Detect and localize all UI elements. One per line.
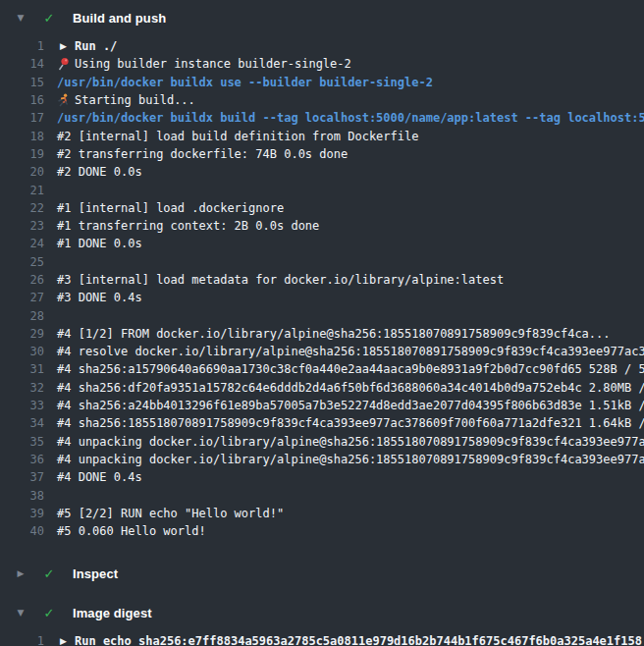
log-line: 24#1 DONE 0.0s: [0, 235, 644, 252]
line-number[interactable]: 27: [0, 291, 44, 304]
line-content: /usr/bin/docker buildx use --builder bui…: [44, 76, 644, 89]
line-number[interactable]: 37: [0, 470, 44, 484]
section-inspect: ▶✓Inspect: [0, 565, 644, 581]
line-content: #4 sha256:df20fa9351a15782c64e6dddb2d4a6…: [44, 381, 644, 395]
line-number[interactable]: 15: [0, 76, 44, 89]
line-number[interactable]: 19: [0, 147, 44, 161]
line-number[interactable]: 22: [0, 201, 44, 215]
line-number[interactable]: 32: [0, 381, 44, 395]
log-line: 14Using builder instance builder-single-…: [0, 55, 644, 73]
line-number[interactable]: 40: [0, 524, 44, 538]
line-text: #3 DONE 0.4s: [57, 291, 142, 304]
section-title: Build and push: [73, 11, 166, 26]
line-number[interactable]: 31: [0, 362, 44, 376]
line-text: #2 DONE 0.0s: [57, 165, 142, 179]
play-icon[interactable]: ▶: [57, 39, 70, 53]
line-number[interactable]: 39: [0, 507, 44, 520]
line-content: #4 [1/2] FROM docker.io/library/alpine@s…: [44, 327, 644, 341]
line-text: Run echo sha256:e7ff8834a5963a2785c5a081…: [75, 634, 642, 646]
log-line: 21: [0, 181, 644, 198]
line-number[interactable]: 33: [0, 399, 44, 412]
log-line: 35#4 unpacking docker.io/library/alpine@…: [0, 433, 644, 451]
log-line: 20#2 DONE 0.0s: [0, 163, 644, 181]
section-gap: [0, 581, 644, 605]
line-content: #1 DONE 0.0s: [44, 237, 644, 250]
line-text: /usr/bin/docker buildx build --tag local…: [57, 111, 644, 125]
log-line: 22#1 [internal] load .dockerignore: [0, 199, 644, 217]
log-line: 16Starting build...: [0, 91, 644, 109]
pushpin-icon: [57, 57, 70, 71]
section-log-image-digest: 1▶Run echo sha256:e7ff8834a5963a2785c5a0…: [0, 632, 644, 646]
line-number[interactable]: 25: [0, 255, 44, 269]
log-line: 40#5 0.060 Hello world!: [0, 522, 644, 540]
chevron-right-icon[interactable]: ▶: [14, 568, 27, 578]
line-number[interactable]: 1: [0, 39, 44, 53]
line-content: #1 transferring context: 2B 0.0s done: [44, 219, 644, 233]
line-number[interactable]: 21: [0, 184, 44, 197]
line-number[interactable]: 20: [0, 165, 44, 179]
log-line: 32#4 sha256:df20fa9351a15782c64e6dddb2d4…: [0, 379, 644, 397]
line-text: #4 sha256:df20fa9351a15782c64e6dddb2d4a6…: [57, 381, 644, 395]
line-text: #2 [internal] load build definition from…: [57, 130, 418, 143]
chevron-down-icon[interactable]: ▼: [14, 13, 27, 23]
section-build-and-push: ▼✓Build and push1▶Run ./14Using builder …: [0, 10, 644, 540]
line-content: /usr/bin/docker buildx build --tag local…: [44, 111, 644, 125]
line-number[interactable]: 1: [0, 634, 44, 646]
line-number[interactable]: 35: [0, 435, 44, 449]
section-title: Inspect: [73, 566, 118, 581]
section-log-build-and-push: 1▶Run ./14Using builder instance builder…: [0, 37, 644, 540]
log-line: 33#4 sha256:a24bb4013296f61e89ba57005a7b…: [0, 397, 644, 414]
line-number[interactable]: 14: [0, 57, 44, 71]
line-text: #4 DONE 0.4s: [57, 470, 142, 484]
section-header-inspect[interactable]: ▶✓Inspect: [14, 565, 644, 581]
chevron-down-icon[interactable]: ▼: [14, 608, 27, 618]
line-number[interactable]: 30: [0, 345, 44, 358]
log-line: 38: [0, 486, 644, 504]
line-number[interactable]: 16: [0, 93, 44, 107]
line-text: Using builder instance builder-single-2: [75, 57, 351, 71]
line-content: #2 transferring dockerfile: 74B 0.0s don…: [44, 147, 644, 161]
section-title: Image digest: [73, 606, 152, 620]
line-number[interactable]: 36: [0, 453, 44, 466]
log-line: 37#4 DONE 0.4s: [0, 468, 644, 486]
log-line: 23#1 transferring context: 2B 0.0s done: [0, 217, 644, 235]
line-text: #4 sha256:a24bb4013296f61e89ba57005a7b3e…: [57, 399, 644, 412]
line-text: #4 resolve docker.io/library/alpine@sha2…: [57, 345, 644, 358]
runner-icon: [57, 93, 70, 107]
section-gap: [0, 550, 644, 565]
line-content: #5 0.060 Hello world!: [44, 524, 644, 538]
line-content: #3 DONE 0.4s: [44, 291, 644, 304]
line-content: #2 DONE 0.0s: [44, 165, 644, 179]
line-number[interactable]: 26: [0, 273, 44, 287]
line-content: Using builder instance builder-single-2: [44, 57, 644, 71]
line-text: #4 [1/2] FROM docker.io/library/alpine@s…: [57, 327, 611, 341]
line-content: #4 sha256:a24bb4013296f61e89ba57005a7b3e…: [44, 399, 644, 412]
log-line: 34#4 sha256:185518070891758909c9f839cf4c…: [0, 414, 644, 432]
play-icon[interactable]: ▶: [57, 634, 70, 646]
line-number[interactable]: 17: [0, 111, 44, 125]
log-line: 25: [0, 253, 644, 271]
line-content: #2 [internal] load build definition from…: [44, 130, 644, 143]
line-number[interactable]: 23: [0, 219, 44, 233]
section-header-image-digest[interactable]: ▼✓Image digest: [14, 605, 644, 620]
line-number[interactable]: 28: [0, 309, 44, 323]
log-line: 36#4 unpacking docker.io/library/alpine@…: [0, 451, 644, 468]
line-text: #4 unpacking docker.io/library/alpine@sh…: [57, 435, 644, 449]
line-content: #1 [internal] load .dockerignore: [44, 201, 644, 215]
line-number[interactable]: 24: [0, 237, 44, 250]
line-number[interactable]: 29: [0, 327, 44, 341]
log-line: 1▶Run echo sha256:e7ff8834a5963a2785c5a0…: [0, 632, 644, 646]
workflow-log: ▼✓Build and push1▶Run ./14Using builder …: [0, 0, 644, 646]
log-line: 15/usr/bin/docker buildx use --builder b…: [0, 74, 644, 91]
line-number[interactable]: 18: [0, 130, 44, 143]
line-number[interactable]: 34: [0, 416, 44, 430]
check-icon: ✓: [41, 566, 57, 581]
check-icon: ✓: [41, 606, 57, 620]
log-line: 18#2 [internal] load build definition fr…: [0, 127, 644, 144]
log-line: 39#5 [2/2] RUN echo "Hello world!": [0, 505, 644, 522]
line-number[interactable]: 38: [0, 489, 44, 503]
section-header-build-and-push[interactable]: ▼✓Build and push: [14, 10, 644, 26]
log-line: 17/usr/bin/docker buildx build --tag loc…: [0, 109, 644, 127]
line-content: #4 DONE 0.4s: [44, 470, 644, 484]
line-content: #4 sha256:a15790640a6690aa1730c38cf0a440…: [44, 362, 644, 376]
